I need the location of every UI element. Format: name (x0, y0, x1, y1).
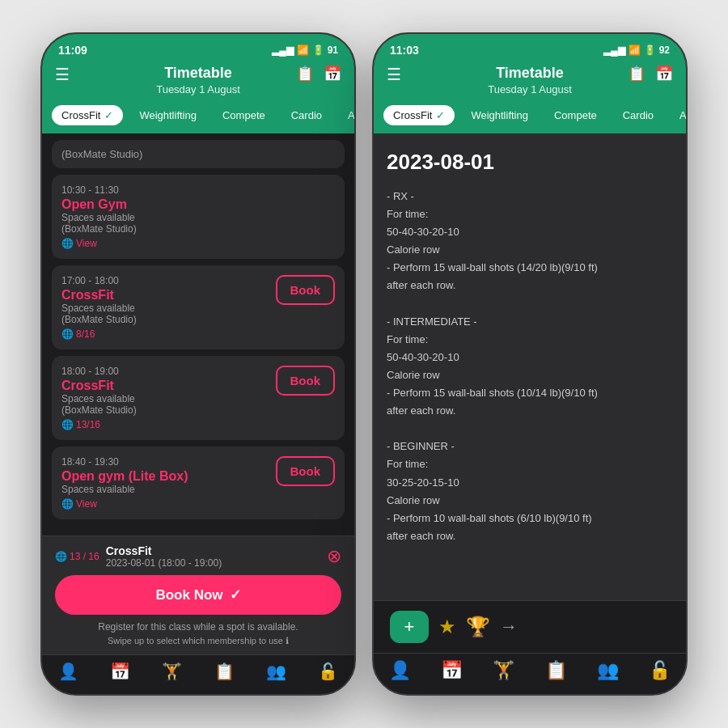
booking-bar: 🌐 13 / 16 CrossFit 2023-08-01 (18:00 - 1… (42, 535, 354, 654)
class-card-0: 10:30 - 11:30 Open Gym Spaces available … (52, 175, 345, 259)
tab-ad-2[interactable]: Ad (670, 105, 686, 125)
bnav-person-1[interactable]: 👤 (58, 662, 78, 681)
weightlifting-label-2: Weightlifting (471, 109, 528, 121)
calendar-icon-2[interactable]: 📅 (655, 65, 673, 83)
battery-level-1: 91 (328, 44, 338, 56)
phone-2: 11:03 ▂▄▆ 📶 🔋 92 ☰ 📋 📅 Timetable Tuesday… (372, 32, 688, 696)
close-booking-button[interactable]: ⊗ (327, 546, 341, 567)
tab-crossfit-2[interactable]: CrossFit ✓ (383, 105, 455, 125)
bnav-barbell-1[interactable]: 🏋 (162, 662, 182, 681)
bnav2-person[interactable]: 👤 (383, 660, 416, 681)
class-capacity-1: 🌐 8/16 (61, 328, 335, 340)
calendar-icon-1[interactable]: 📅 (324, 65, 341, 83)
tab-ad-1[interactable]: Ad (338, 105, 354, 125)
class-card-2: 18:00 - 19:00 CrossFit Spaces available … (52, 356, 345, 440)
tab-weightlifting-1[interactable]: Weightlifting (129, 105, 206, 125)
class-name-3: Open gym (Lite Box) (61, 469, 276, 484)
wifi-icon-2: 📶 (629, 44, 641, 56)
booking-hint: Register for this class while a spot is … (55, 621, 341, 633)
bnav2-list[interactable]: 📋 (540, 660, 572, 681)
weightlifting-label-1: Weightlifting (139, 109, 197, 121)
status-bar-2: 11:03 ▂▄▆ 📶 🔋 92 (374, 34, 686, 61)
arrow-button[interactable]: → (500, 616, 518, 637)
bnav2-calendar[interactable]: 📅 (435, 660, 468, 681)
capacity-icon-2: 🌐 (61, 419, 74, 430)
app-header-1: ☰ 📋 📅 Timetable Tuesday 1 August (42, 61, 354, 105)
status-icons-1: ▂▄▆ 📶 🔋 91 (272, 44, 338, 56)
add-button[interactable]: + (390, 611, 429, 643)
top-card-location: (BoxMate Studio) (61, 148, 142, 160)
bnav-people-1[interactable]: 👥 (266, 662, 286, 681)
signal-icon-2: ▂▄▆ (603, 44, 625, 56)
class-name-0: Open Gym (61, 197, 335, 212)
check-icon-2: ✓ (436, 109, 445, 121)
booking-bar-top: 🌐 13 / 16 CrossFit 2023-08-01 (18:00 - 1… (55, 544, 341, 569)
class-time-1: 17:00 - 18:00 (61, 275, 276, 286)
view-link-0[interactable]: 🌐 View (61, 238, 335, 249)
tab-bar-1: CrossFit ✓ Weightlifting Compete Cardio … (42, 105, 354, 133)
plus-icon: + (404, 616, 415, 637)
class-name-1: CrossFit (61, 288, 276, 303)
action-bar: + ★ 🏆 → (374, 600, 686, 653)
compete-label-1: Compete (222, 109, 265, 121)
class-info-2: 18:00 - 19:00 CrossFit Spaces available … (61, 366, 276, 416)
bottom-nav-1: 👤 📅 🏋 📋 👥 🔓 (42, 654, 354, 694)
content-1: (BoxMate Studio) 10:30 - 11:30 Open Gym … (42, 133, 354, 535)
crossfit-label-2: CrossFit (393, 109, 432, 121)
tab-cardio-1[interactable]: Cardio (281, 105, 332, 125)
view-link-3[interactable]: 🌐 View (61, 498, 335, 510)
class-name-2: CrossFit (61, 379, 276, 393)
header-subtitle-1: Tuesday 1 August (156, 83, 240, 95)
trophy-button[interactable]: 🏆 (466, 616, 490, 638)
tab-compete-2[interactable]: Compete (544, 105, 607, 125)
tab-compete-1[interactable]: Compete (213, 105, 275, 125)
tab-weightlifting-2[interactable]: Weightlifting (461, 105, 538, 125)
menu-icon-2[interactable]: ☰ (387, 65, 401, 84)
book-button-1[interactable]: Book (276, 275, 336, 305)
cardio-label-1: Cardio (291, 109, 322, 121)
booking-info: 🌐 13 / 16 CrossFit 2023-08-01 (18:00 - 1… (55, 544, 222, 569)
class-location-2: (BoxMate Studio) (61, 404, 276, 416)
booking-capacity: 🌐 13 / 16 (55, 551, 99, 562)
class-card-3: 18:40 - 19:30 Open gym (Lite Box) Spaces… (52, 447, 345, 519)
bottom-nav-2: 👤 📅 🏋 📋 👥 🔓 (374, 653, 686, 694)
tab-cardio-2[interactable]: Cardio (613, 105, 663, 125)
class-info-1: 17:00 - 18:00 CrossFit Spaces available … (61, 275, 276, 325)
bnav2-barbell[interactable]: 🏋 (488, 660, 520, 681)
globe-icon-0: 🌐 (61, 238, 74, 249)
class-location-0: (BoxMate Studio) (61, 223, 335, 235)
tab-bar-2: CrossFit ✓ Weightlifting Compete Cardio … (374, 105, 686, 133)
menu-icon-1[interactable]: ☰ (55, 65, 70, 84)
bnav-lock-1[interactable]: 🔓 (318, 662, 338, 681)
workout-content: 2023-08-01 - RX - For time: 50-40-30-20-… (374, 133, 686, 600)
bnav-calendar-1[interactable]: 📅 (110, 662, 130, 681)
star-button[interactable]: ★ (438, 616, 456, 638)
header-subtitle-2: Tuesday 1 August (488, 83, 572, 95)
bnav2-lock[interactable]: 🔓 (644, 660, 676, 681)
wifi-icon-1: 📶 (297, 44, 309, 56)
class-time-3: 18:40 - 19:30 (61, 456, 276, 468)
class-time-2: 18:00 - 19:00 (61, 366, 276, 377)
globe-icon-3: 🌐 (61, 498, 74, 510)
bnav2-people[interactable]: 👥 (591, 660, 624, 681)
time-1: 11:09 (58, 44, 87, 57)
book-button-2[interactable]: Book (276, 366, 336, 396)
status-bar-1: 11:09 ▂▄▆ 📶 🔋 91 (42, 34, 354, 61)
list-icon-1[interactable]: 📋 (296, 65, 314, 83)
battery-icon-1: 🔋 (312, 44, 324, 56)
list-icon-2[interactable]: 📋 (628, 65, 645, 83)
header-icons-right-1: 📋 📅 (296, 65, 341, 83)
tab-crossfit-1[interactable]: CrossFit ✓ (52, 105, 123, 125)
bnav-list-1[interactable]: 📋 (214, 662, 235, 681)
cardio-label-2: Cardio (623, 109, 654, 121)
capacity-icon-1: 🌐 (61, 328, 74, 340)
book-button-3[interactable]: Book (276, 456, 336, 486)
time-2: 11:03 (390, 44, 419, 57)
top-partial-card: (BoxMate Studio) (52, 140, 345, 168)
compete-label-2: Compete (554, 109, 597, 121)
class-location-1: (BoxMate Studio) (61, 314, 276, 325)
workout-date: 2023-08-01 (387, 150, 673, 175)
check-icon-1: ✓ (104, 109, 113, 121)
battery-level-2: 92 (659, 44, 670, 56)
book-now-button[interactable]: Book Now ✓ (55, 575, 341, 615)
